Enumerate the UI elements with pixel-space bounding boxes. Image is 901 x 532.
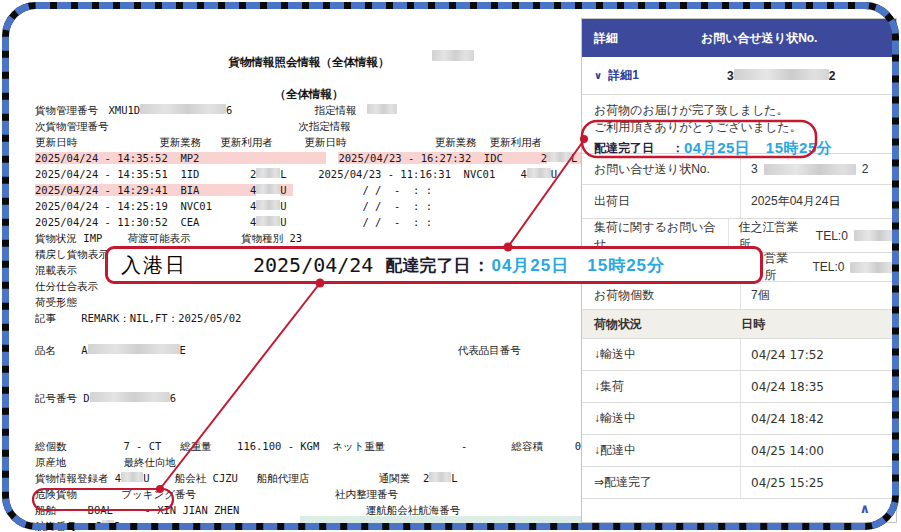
redacted-value bbox=[734, 69, 829, 80]
document-line: 記事 REMARK：NIL,FT：2025/05/02 bbox=[35, 310, 583, 326]
detail1-label: 詳細1 bbox=[608, 68, 639, 82]
message-line: ご利用頂きありがとうございました。 bbox=[594, 119, 884, 136]
doc-text: U bbox=[551, 168, 557, 180]
arrival-date-value: 2025/04/24 bbox=[253, 253, 373, 277]
cargo-inquiry-screen: 貨物情報照会情報（全体情報） （全体情報）貨物管理番号 XMU1D6 指定情報 … bbox=[0, 0, 901, 532]
info-row: 出荷日2025年04月24日 bbox=[582, 185, 896, 219]
doc-text: 航海番号 3 bbox=[35, 520, 102, 532]
redacted-value bbox=[256, 168, 280, 178]
document-line: 2025/04/24 - 14:29:41 BIA 4U / / - : : bbox=[35, 182, 583, 198]
info-value: 7個 bbox=[741, 287, 770, 304]
message-line: お荷物のお届けが完了致しました。 bbox=[594, 102, 884, 119]
doc-text: 2025/04/24 - 14:29:41 BIA 4 bbox=[35, 184, 256, 196]
redacted-value bbox=[429, 472, 451, 482]
doc-text: 記事 REMARK：NIL,FT：2025/05/02 bbox=[35, 312, 241, 324]
document-line: 貨物状況 IMP 荷渡可能表示 貨物種別 23 bbox=[35, 230, 583, 246]
chevron-down-icon: ∨ bbox=[594, 70, 602, 81]
collapse-chevron-up-icon[interactable]: ∧ bbox=[859, 501, 870, 516]
document-line: 貨物情報登録者 4U 船会社 CJZU 船舶代理店 通関業 2L bbox=[35, 470, 583, 486]
status-row: ↓輸送中04/24 17:52 bbox=[582, 339, 896, 371]
doc-text: 危険貨物 ブッキング番号 社内整理番号 bbox=[35, 488, 398, 500]
doc-text: 総個数 7 - CT 総重量 116.100 - KGM ネット重量 - 総容積… bbox=[35, 440, 606, 452]
document-line bbox=[35, 70, 583, 86]
doc-text: 6 bbox=[170, 392, 176, 404]
status-label: ↓集荷 bbox=[582, 371, 741, 402]
redacted-value bbox=[367, 104, 397, 114]
status-label: ↓輸送中 bbox=[582, 403, 741, 434]
doc-text: 貨物情報登録者 4 bbox=[35, 472, 121, 484]
info-label: お問い合せ送り状No. bbox=[582, 154, 741, 184]
status-label: ↓配達中 bbox=[582, 435, 741, 466]
document-line bbox=[35, 358, 583, 374]
arrival-delivery-callout: 入港日 2025/04/24 配達完了日 ： 04月25日 15時25分 bbox=[105, 246, 763, 284]
doc-text: 更新日時 更新業務 更新利用者 更新日時 更新業務 更新利用者 bbox=[35, 136, 542, 148]
doc-text: 3 bbox=[114, 520, 120, 532]
document-line: 荷受形態 bbox=[35, 294, 583, 310]
info-label: 出荷日 bbox=[582, 185, 741, 218]
status-datetime: 04/24 18:35 bbox=[741, 380, 824, 394]
redacted-value bbox=[854, 230, 896, 241]
doc-text: 貨物管理番号 XMU1D bbox=[35, 104, 140, 116]
delivery-complete-label: 配達完了日 bbox=[385, 254, 470, 277]
status-header-label: 荷物状況 bbox=[582, 316, 741, 333]
value-prefix: 3 bbox=[751, 162, 758, 176]
status-row: ↓集荷04/24 18:35 bbox=[582, 371, 896, 403]
document-line: 2025/04/24 - 14:35:52 MP2 2025/04/23 - 1… bbox=[35, 150, 583, 166]
info-row: お問い合せ送り状No.32 bbox=[582, 154, 896, 185]
info-row: お荷物個数7個 bbox=[582, 282, 896, 310]
redacted-value bbox=[432, 50, 474, 61]
document-line: 品名 AE 代表品目番号 bbox=[35, 342, 583, 358]
value-text: 2025年04月24日 bbox=[751, 193, 840, 210]
status-row: ⇒配達完了04/25 15:25 bbox=[582, 467, 896, 499]
redacted-value bbox=[547, 152, 571, 162]
tel-label: TEL:0 bbox=[812, 260, 844, 274]
doc-text: （全体情報） bbox=[275, 87, 344, 101]
redacted-value bbox=[256, 200, 280, 210]
doc-text: 6 指定情報 bbox=[226, 104, 367, 116]
doc-text: 貨物状況 IMP 荷渡可能表示 貨物種別 23 bbox=[35, 232, 302, 244]
document-line: 次貨物管理番号 次指定情報 bbox=[35, 118, 583, 134]
redacted-value bbox=[256, 216, 280, 226]
doc-text: 原産地 最終仕向地 bbox=[35, 456, 176, 468]
doc-text: 2025/04/24 - 14:35:52 MP2 bbox=[35, 152, 326, 164]
doc-text: 2025/04/23 - 16:27:32 IDC 2 bbox=[338, 152, 547, 164]
separator: ： bbox=[472, 254, 489, 277]
status-row: ↓輸送中04/24 18:42 bbox=[582, 403, 896, 435]
document-line: 2025/04/24 - 14:35:51 1ID 2L 2025/04/23 … bbox=[35, 166, 583, 182]
delivery-complete-datetime: 04月25日 15時25分 bbox=[491, 254, 665, 277]
document-line: （全体情報） bbox=[35, 86, 583, 102]
redacted-value bbox=[256, 184, 280, 194]
redacted-value bbox=[121, 472, 143, 482]
info-value: 2025年04月24日 bbox=[741, 193, 840, 210]
invoice-no-prefix: 3 bbox=[727, 69, 734, 83]
document-line: 航海番号 33 bbox=[35, 518, 583, 532]
value-text: 営業所 bbox=[764, 250, 798, 284]
document-line bbox=[35, 422, 583, 438]
document-line: 記号番号 D6 bbox=[35, 390, 583, 406]
tel-label: TEL:0 bbox=[816, 229, 848, 243]
detail1-row[interactable]: ∨詳細1 32 bbox=[582, 57, 896, 95]
panel-footer: ∧ bbox=[582, 499, 896, 522]
document-line: 原産地 最終仕向地 bbox=[35, 454, 583, 470]
arrival-date-label: 入港日 bbox=[121, 252, 187, 279]
redacted-value bbox=[140, 104, 226, 114]
document-line bbox=[35, 326, 583, 342]
status-datetime: 04/24 17:52 bbox=[741, 348, 824, 362]
redacted-value bbox=[764, 164, 856, 175]
status-label: ⇒配達完了 bbox=[582, 467, 741, 498]
doc-text: U / / - : : bbox=[280, 200, 432, 212]
info-value: 32 bbox=[741, 162, 868, 176]
doc-text: U bbox=[280, 184, 293, 196]
document-line: 貨物管理番号 XMU1D6 指定情報 bbox=[35, 102, 583, 118]
value-text: 7個 bbox=[751, 287, 770, 304]
document-line: 危険貨物 ブッキング番号 社内整理番号 bbox=[35, 486, 583, 502]
status-table-header: 荷物状況 日時 bbox=[582, 310, 896, 339]
info-label: お荷物個数 bbox=[582, 282, 741, 309]
doc-text: U / / - : : bbox=[280, 216, 432, 228]
document-line bbox=[35, 374, 583, 390]
doc-text: 2025/04/24 - 14:25:19 NVC01 4 bbox=[35, 200, 256, 212]
status-datetime: 04/25 14:00 bbox=[741, 444, 824, 458]
doc-text: / / - : : bbox=[293, 184, 432, 196]
document-line: 総個数 7 - CT 総重量 116.100 - KGM ネット重量 - 総容積… bbox=[35, 438, 583, 454]
panel-header-invoice-no: お問い合せ送り状No. bbox=[701, 30, 817, 47]
